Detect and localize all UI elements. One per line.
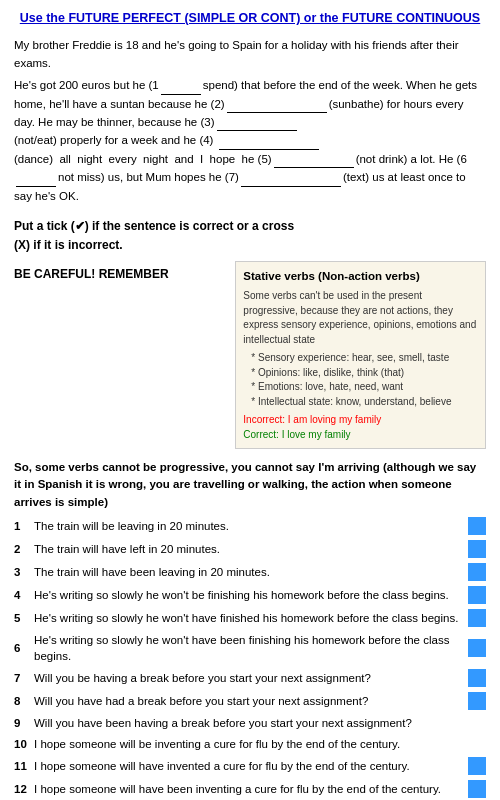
list-item: 9Will you have been having a break befor…	[14, 715, 486, 731]
sentence-number: 9	[14, 715, 28, 731]
tick-box[interactable]	[468, 692, 486, 710]
list-item: 2The train will have left in 20 minutes.	[14, 540, 486, 558]
page-title: Use the FUTURE PERFECT (SIMPLE OR CONT) …	[14, 10, 486, 28]
sentence-text: Will you have been having a break before…	[34, 715, 486, 731]
sentence-text: The train will have been leaving in 20 m…	[34, 564, 462, 580]
sentence-text: Will you be having a break before you st…	[34, 670, 462, 686]
stative-item-1: * Sensory experience: hear, see, smell, …	[251, 351, 478, 366]
sentence-number: 10	[14, 736, 28, 752]
stative-desc: Some verbs can't be used in the present …	[243, 289, 478, 347]
tick-box[interactable]	[468, 563, 486, 581]
sentence-text: The train will be leaving in 20 minutes.	[34, 518, 462, 534]
sentence-number: 12	[14, 781, 28, 797]
stative-item-3: * Emotions: love, hate, need, want	[251, 380, 478, 395]
stative-list: * Sensory experience: hear, see, smell, …	[251, 351, 478, 409]
sentence-text: The train will have left in 20 minutes.	[34, 541, 462, 557]
sentence-list: 1The train will be leaving in 20 minutes…	[14, 517, 486, 798]
sentence-text: I hope someone will have invented a cure…	[34, 758, 462, 774]
two-column-area: BE CAREFUL! REMEMBER Stative verbs (Non-…	[14, 261, 486, 449]
list-item: 10I hope someone will be inventing a cur…	[14, 736, 486, 752]
list-item: 3The train will have been leaving in 20 …	[14, 563, 486, 581]
so-paragraph: So, some verbs cannot be progressive, yo…	[14, 459, 486, 511]
list-item: 5He's writing so slowly he won't have fi…	[14, 609, 486, 627]
intro-paragraph: My brother Freddie is 18 and he's going …	[14, 36, 486, 73]
sentence-number: 6	[14, 640, 28, 656]
sentence-text: Will you have had a break before you sta…	[34, 693, 462, 709]
stative-correct: Correct: I love my family	[243, 428, 478, 443]
sentence-number: 11	[14, 758, 28, 774]
blank-4[interactable]	[219, 136, 319, 150]
sentence-text: I hope someone will be inventing a cure …	[34, 736, 486, 752]
list-item: 12I hope someone will have been inventin…	[14, 780, 486, 798]
list-item: 7Will you be having a break before you s…	[14, 669, 486, 687]
tick-box[interactable]	[468, 586, 486, 604]
tick-box[interactable]	[468, 540, 486, 558]
blank-7[interactable]	[241, 173, 341, 187]
blank-2[interactable]	[227, 99, 327, 113]
blank-5[interactable]	[274, 154, 354, 168]
list-item: 11I hope someone will have invented a cu…	[14, 757, 486, 775]
sentence-number: 3	[14, 564, 28, 580]
sentence-number: 4	[14, 587, 28, 603]
sentence-number: 2	[14, 541, 28, 557]
tick-box[interactable]	[468, 517, 486, 535]
stative-item-4: * Intellectual state: know, understand, …	[251, 395, 478, 410]
sentence-text: I hope someone will have been inventing …	[34, 781, 462, 797]
tick-box[interactable]	[468, 757, 486, 775]
sentence-number: 5	[14, 610, 28, 626]
stative-verbs-box: Stative verbs (Non-action verbs) Some ve…	[235, 261, 486, 449]
list-item: 1The train will be leaving in 20 minutes…	[14, 517, 486, 535]
sentence-text: He's writing so slowly he won't have fin…	[34, 610, 462, 626]
sentence-text: He's writing so slowly he won't have bee…	[34, 632, 462, 664]
stative-title: Stative verbs (Non-action verbs)	[243, 268, 478, 285]
sentence-number: 8	[14, 693, 28, 709]
blank-1[interactable]	[161, 81, 201, 95]
list-item: 4He's writing so slowly he won't be fini…	[14, 586, 486, 604]
left-column: BE CAREFUL! REMEMBER	[14, 261, 227, 449]
tick-box[interactable]	[468, 780, 486, 798]
tick-box[interactable]	[468, 669, 486, 687]
tick-title: Put a tick (✔) if the sentence is correc…	[14, 217, 486, 255]
list-item: 6He's writing so slowly he won't have be…	[14, 632, 486, 664]
stative-incorrect: Incorrect: I am loving my family	[243, 413, 478, 428]
blank-3[interactable]	[217, 117, 297, 131]
blank-6[interactable]	[16, 173, 56, 187]
tick-box[interactable]	[468, 609, 486, 627]
sentence-number: 7	[14, 670, 28, 686]
careful-label: BE CAREFUL! REMEMBER	[14, 267, 227, 281]
sentence-number: 1	[14, 518, 28, 534]
stative-item-2: * Opinions: like, dislike, think (that)	[251, 366, 478, 381]
fill-lines: He's got 200 euros but he (1spend) that …	[14, 76, 486, 205]
tick-box[interactable]	[468, 639, 486, 657]
sentence-text: He's writing so slowly he won't be finis…	[34, 587, 462, 603]
list-item: 8Will you have had a break before you st…	[14, 692, 486, 710]
tick-section: Put a tick (✔) if the sentence is correc…	[14, 217, 486, 255]
